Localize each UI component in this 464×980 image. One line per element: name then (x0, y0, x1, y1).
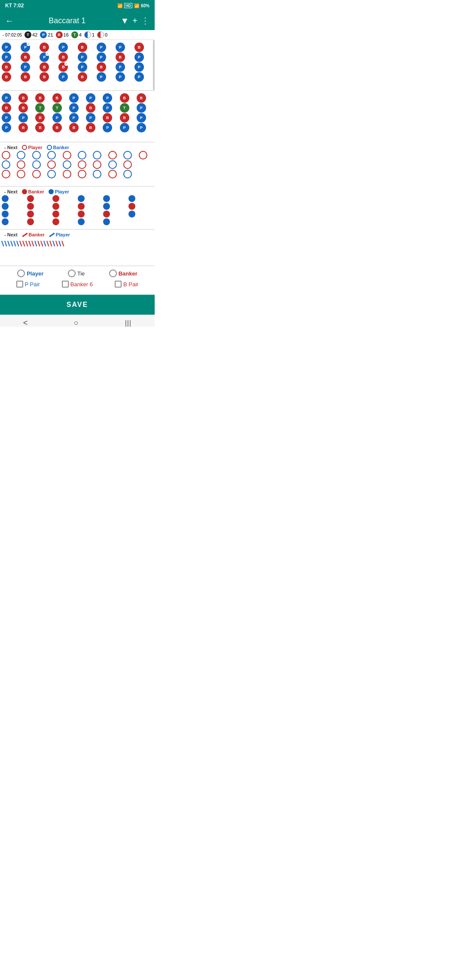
br-circle (32, 151, 41, 159)
player-bet-label: Player (27, 270, 43, 277)
p-pair-option[interactable]: P Pair (16, 281, 40, 288)
banker-bet-option[interactable]: Banker (109, 270, 137, 277)
bead: P (2, 52, 11, 62)
bead: B (52, 93, 62, 103)
bead: P (116, 72, 125, 82)
add-button[interactable]: + (132, 16, 137, 26)
br-circle (2, 160, 10, 169)
bead: B (86, 123, 95, 132)
dr-dot (2, 211, 9, 217)
next-label-1: - Next (4, 145, 18, 150)
back-button[interactable]: ← (5, 16, 14, 26)
bead: P (2, 113, 11, 122)
dr-dot (27, 211, 34, 217)
player-filled-indicator (49, 189, 54, 194)
tie-bet-option[interactable]: Tie (68, 270, 85, 277)
dr-dot (27, 203, 34, 210)
next-label-3: - Next (4, 232, 18, 237)
br-circle (123, 170, 132, 178)
nav-recent-button[interactable]: ||| (125, 319, 131, 327)
slash-road-section: - Next Banker Player / / / / / / / / / /… (0, 230, 155, 266)
bead: B (116, 52, 125, 62)
score-player: P 21 (40, 31, 53, 38)
br-circle (32, 160, 41, 169)
b-pair-checkbox[interactable] (115, 281, 122, 288)
bead: B (137, 93, 146, 103)
dr-dot (78, 203, 85, 210)
bead: B (40, 72, 49, 82)
banker6-label: Banker 6 (70, 281, 93, 288)
br-circle (17, 160, 25, 169)
tie-radio[interactable] (68, 270, 76, 277)
bead: B (18, 93, 28, 103)
derived-road-1-section: - Next Banker Player (0, 187, 155, 230)
bead: B (40, 62, 49, 72)
bead: P (97, 43, 106, 52)
br-circle (93, 160, 101, 169)
player-badge: P (40, 31, 47, 38)
dr-dot (52, 203, 59, 210)
bead: B (120, 113, 129, 122)
bead: P (2, 93, 11, 103)
nav-home-button[interactable]: ○ (74, 318, 79, 327)
bead: P (21, 62, 30, 72)
bead: P (137, 123, 146, 132)
bead: P (103, 123, 112, 132)
status-icons: 📶 HD 📶 60% (117, 3, 150, 8)
dr-dot (2, 195, 9, 202)
battery-level: 60% (141, 3, 150, 8)
nav-back-button[interactable]: < (23, 318, 28, 327)
app-bar: ← Baccarat 1 ▼ + ⋮ (0, 11, 155, 30)
p-pair-checkbox[interactable] (16, 281, 23, 288)
player-radio[interactable] (17, 270, 25, 277)
bead: P (78, 52, 87, 62)
dr-dot (128, 203, 135, 210)
dropdown-button[interactable]: ▼ (121, 16, 129, 26)
tie-bet-label: Tie (77, 270, 85, 277)
bead: B (86, 103, 95, 113)
banker6-option[interactable]: Banker 6 (62, 281, 93, 288)
br-circle (123, 160, 132, 169)
bead: B (18, 123, 28, 132)
bead: B (97, 62, 106, 72)
dr-dot (52, 218, 59, 225)
bead: P (18, 113, 28, 122)
more-button[interactable]: ⋮ (141, 15, 150, 26)
br-circle (123, 151, 132, 159)
bead: B (103, 113, 112, 122)
bead: P (134, 62, 144, 72)
next-label-2: - Next (4, 189, 18, 194)
save-button[interactable]: SAVE (0, 295, 155, 315)
score-banker: B 16 (56, 31, 69, 38)
dr-dot (103, 195, 110, 202)
bead: P (97, 52, 106, 62)
player-bet-option[interactable]: Player (17, 270, 43, 277)
bead: T (35, 103, 45, 113)
bead: B (40, 43, 49, 52)
nav-bar: < ○ ||| (0, 315, 155, 327)
b-pair-option[interactable]: B Pair (115, 281, 138, 288)
bead: B (52, 123, 62, 132)
bead: P (78, 62, 87, 72)
bead-road-section: P P B B P B P B B P B B P B B P B P P B … (0, 40, 155, 91)
br-circle (78, 170, 86, 178)
bead: B (21, 72, 30, 82)
bead: B (78, 43, 87, 52)
dr-dot (2, 203, 9, 210)
banker-radio[interactable] (109, 270, 117, 277)
br-circle (2, 170, 10, 178)
bead: P (58, 43, 68, 52)
bead: T (120, 103, 129, 113)
betting-section: Player Tie Banker P Pair Banker 6 B Pair (0, 266, 155, 295)
bead: B (69, 123, 79, 132)
player-circle-indicator (22, 145, 27, 150)
bead: P (116, 43, 125, 52)
banker6-checkbox[interactable] (62, 281, 69, 288)
banker-slash-indicator (22, 233, 27, 237)
p-pair-label: P Pair (25, 281, 40, 288)
score-time: - 07:02:05 (3, 33, 22, 37)
bead: B (35, 123, 45, 132)
dr-dot (103, 218, 110, 225)
bead: P (69, 103, 79, 113)
dr-dot (78, 218, 85, 225)
